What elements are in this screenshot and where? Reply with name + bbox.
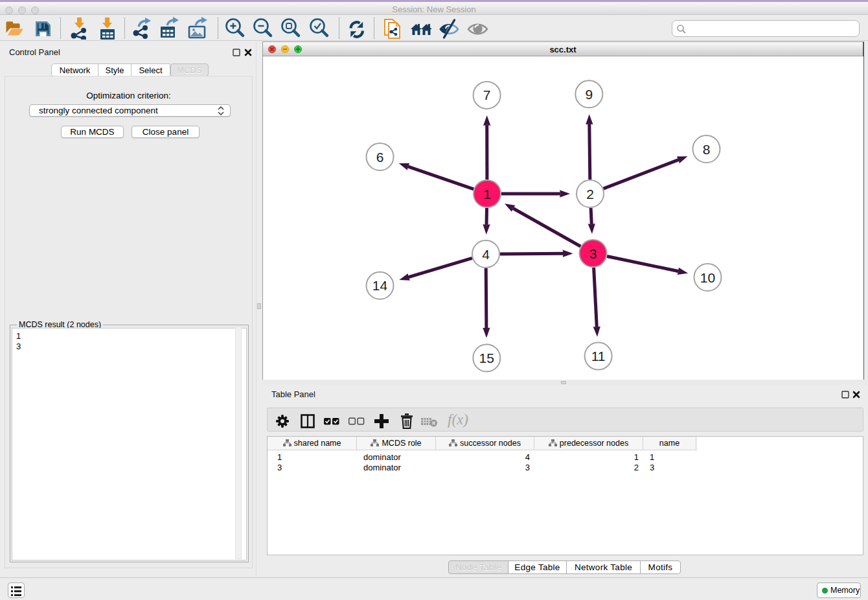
svg-text:11: 11 [591,349,606,363]
svg-text:15: 15 [479,351,494,365]
svg-text:4: 4 [482,247,490,262]
svg-text:6: 6 [376,150,384,165]
svg-text:9: 9 [585,87,593,102]
svg-text:7: 7 [483,87,491,102]
svg-text:1: 1 [483,187,491,202]
svg-text:10: 10 [700,270,715,285]
svg-text:2: 2 [586,187,594,202]
svg-text:14: 14 [372,278,388,293]
svg-text:3: 3 [589,246,597,261]
svg-text:8: 8 [703,142,711,157]
